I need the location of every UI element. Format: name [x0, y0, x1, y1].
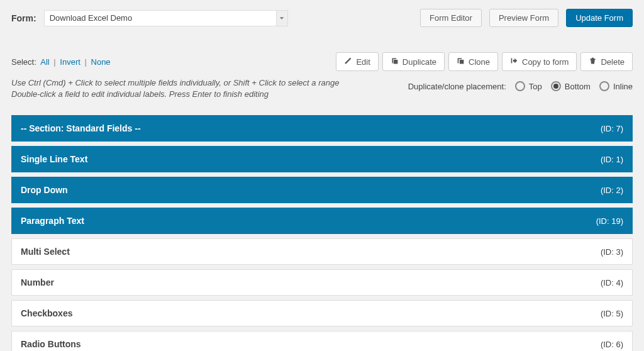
field-row[interactable]: Checkboxes(ID: 5)	[11, 300, 633, 326]
copy-to-form-button[interactable]: Copy to form	[502, 52, 577, 71]
field-row[interactable]: Multi Select(ID: 3)	[11, 238, 633, 265]
field-row[interactable]: -- Section: Standard Fields --(ID: 7)	[11, 115, 633, 142]
field-row[interactable]: Number(ID: 4)	[11, 269, 633, 296]
preview-form-button[interactable]: Preview Form	[489, 9, 558, 27]
field-label: -- Section: Standard Fields --	[21, 123, 141, 133]
select-all-link[interactable]: All	[40, 57, 49, 67]
placement-top-radio[interactable]: Top	[515, 81, 542, 91]
field-id: (ID: 1)	[601, 155, 623, 164]
chevron-down-icon	[276, 11, 287, 26]
form-editor-button[interactable]: Form Editor	[420, 9, 482, 27]
placement-bottom-radio[interactable]: Bottom	[551, 81, 591, 91]
form-selected-value: Download Excel Demo	[50, 13, 133, 23]
field-id: (ID: 4)	[601, 278, 623, 287]
field-label: Drop Down	[21, 185, 68, 195]
field-label: Number	[21, 277, 54, 287]
field-row[interactable]: Paragraph Text(ID: 19)	[11, 208, 633, 234]
field-list: -- Section: Standard Fields --(ID: 7)Sin…	[11, 115, 633, 351]
field-row[interactable]: Radio Buttons(ID: 6)	[11, 331, 633, 351]
field-label: Multi Select	[21, 247, 70, 257]
field-label: Radio Buttons	[21, 339, 81, 349]
field-row[interactable]: Single Line Text(ID: 1)	[11, 146, 633, 172]
trash-icon	[589, 57, 597, 67]
field-id: (ID: 3)	[601, 247, 623, 257]
field-id: (ID: 5)	[601, 309, 623, 318]
select-none-link[interactable]: None	[91, 57, 111, 67]
arrow-icon	[510, 57, 518, 67]
edit-button[interactable]: Edit	[336, 52, 378, 71]
select-label: Select:	[11, 57, 36, 67]
delete-button[interactable]: Delete	[580, 52, 633, 71]
duplicate-icon	[391, 57, 399, 67]
field-id: (ID: 19)	[596, 216, 623, 226]
clone-button[interactable]: Clone	[448, 52, 498, 71]
placement-label: Duplicate/clone placement:	[408, 82, 506, 91]
form-label: Form:	[11, 13, 36, 23]
clone-icon	[457, 57, 465, 67]
update-form-button[interactable]: Update Form	[566, 9, 633, 27]
field-row[interactable]: Drop Down(ID: 2)	[11, 177, 633, 203]
field-id: (ID: 6)	[601, 340, 623, 349]
field-label: Single Line Text	[21, 154, 87, 164]
select-invert-link[interactable]: Invert	[60, 57, 80, 67]
duplicate-button[interactable]: Duplicate	[382, 52, 445, 71]
form-select[interactable]: Download Excel Demo	[44, 10, 288, 26]
field-id: (ID: 2)	[601, 186, 623, 195]
pencil-icon	[344, 57, 352, 67]
placement-inline-radio[interactable]: Inline	[599, 81, 633, 91]
field-id: (ID: 7)	[601, 124, 623, 133]
field-label: Checkboxes	[21, 308, 72, 318]
field-label: Paragraph Text	[21, 216, 84, 226]
